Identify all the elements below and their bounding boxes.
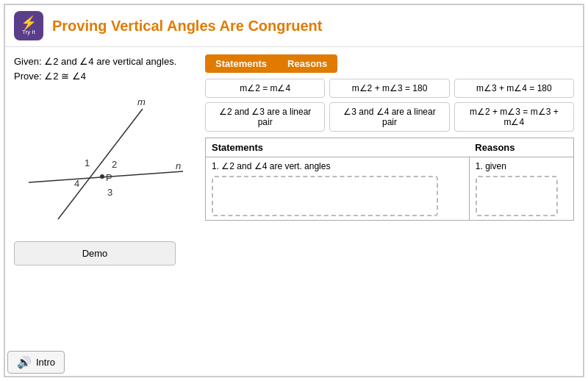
angle-diagram: m n P 1 2 3 4 bbox=[14, 87, 190, 234]
label-p: P bbox=[106, 172, 112, 183]
col-statements-header: Statements bbox=[206, 138, 470, 157]
chip-4[interactable]: ∠3 and ∠4 are a linear pair bbox=[329, 102, 449, 132]
speaker-icon: 🔊 bbox=[17, 355, 32, 369]
statement-1: 1. ∠2 and ∠4 are vert. angles bbox=[206, 157, 470, 221]
tab-reasons[interactable]: Reasons bbox=[277, 54, 337, 73]
page-title: Proving Vertical Angles Are Congruent bbox=[52, 18, 322, 35]
intro-label: Intro bbox=[36, 357, 55, 368]
chip-1[interactable]: m∠2 + m∠3 = 180 bbox=[329, 79, 449, 98]
chip-5[interactable]: m∠2 + m∠3 = m∠3 + m∠4 bbox=[454, 102, 574, 132]
table-row: 1. ∠2 and ∠4 are vert. angles 1. given bbox=[206, 157, 574, 221]
intro-button[interactable]: 🔊 Intro bbox=[7, 351, 65, 374]
tab-statements[interactable]: Statements bbox=[205, 54, 277, 73]
reason-drop-zone[interactable] bbox=[476, 176, 559, 216]
label-1: 1 bbox=[85, 157, 90, 168]
diagram-area: m n P 1 2 3 4 bbox=[14, 87, 190, 234]
demo-button-area: Demo bbox=[14, 241, 198, 266]
lightning-icon: ⚡ bbox=[21, 16, 37, 29]
prove-line: Prove: ∠2 ≅ ∠4 bbox=[14, 71, 86, 82]
right-panel: Statements Reasons m∠2 = m∠4 m∠2 + m∠3 =… bbox=[205, 54, 574, 266]
label-m: m bbox=[137, 96, 146, 107]
try-it-label: Try It bbox=[22, 29, 35, 35]
svg-line-0 bbox=[58, 109, 143, 219]
given-text: Given: ∠2 and ∠4 are vertical angles. Pr… bbox=[14, 54, 198, 83]
header: ⚡ Try It Proving Vertical Angles Are Con… bbox=[5, 5, 583, 47]
statement-drop-zone[interactable] bbox=[212, 176, 438, 216]
reason-1: 1. given bbox=[469, 157, 573, 221]
left-panel: Given: ∠2 and ∠4 are vertical angles. Pr… bbox=[14, 54, 198, 266]
label-n: n bbox=[176, 160, 181, 171]
label-4: 4 bbox=[74, 178, 79, 189]
label-3: 3 bbox=[107, 187, 112, 198]
answer-chips: m∠2 = m∠4 m∠2 + m∠3 = 180 m∠3 + m∠4 = 18… bbox=[205, 79, 574, 132]
point-p bbox=[100, 174, 104, 179]
proof-table: Statements Reasons 1. ∠2 and ∠4 are vert… bbox=[205, 138, 574, 221]
col-reasons-header: Reasons bbox=[469, 138, 573, 157]
try-it-badge: ⚡ Try It bbox=[14, 11, 43, 40]
label-2: 2 bbox=[112, 159, 117, 170]
footer: 🔊 Intro bbox=[7, 351, 65, 374]
main-content: Given: ∠2 and ∠4 are vertical angles. Pr… bbox=[5, 47, 583, 273]
chip-2[interactable]: m∠3 + m∠4 = 180 bbox=[454, 79, 574, 98]
tabs-row: Statements Reasons bbox=[205, 54, 574, 73]
given-line1: Given: ∠2 and ∠4 are vertical angles. bbox=[14, 56, 176, 67]
demo-button[interactable]: Demo bbox=[14, 241, 176, 266]
chip-0[interactable]: m∠2 = m∠4 bbox=[205, 79, 325, 98]
chip-3[interactable]: ∠2 and ∠3 are a linear pair bbox=[205, 102, 325, 132]
